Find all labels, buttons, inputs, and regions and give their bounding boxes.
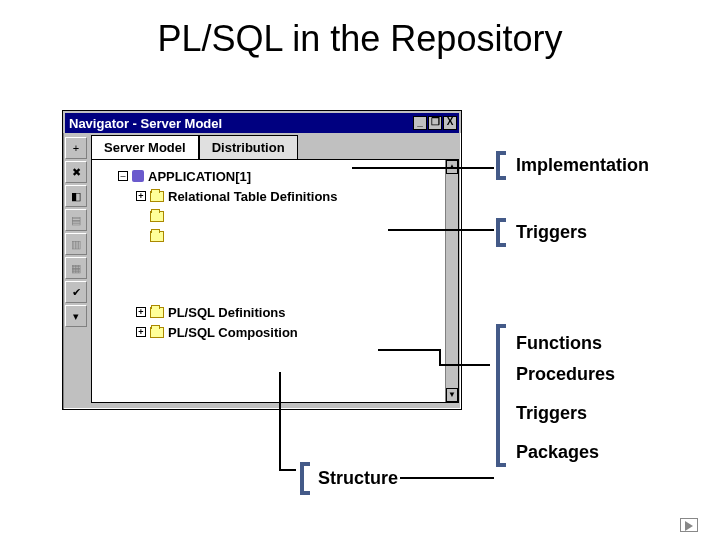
toolbar-icon-4[interactable]: ▤ [65,209,87,231]
tree-label-plsqlcomp: PL/SQL Composition [168,325,298,340]
navigator-window: Navigator - Server Model _ ❐ X + ✖ ◧ ▤ ▥… [62,110,462,410]
folder-icon [150,231,164,242]
label-implementation: Implementation [496,155,649,176]
expand-plus-icon[interactable]: + [136,327,146,337]
tree-pane: – APPLICATION[1] + Relational Table Defi… [91,159,459,403]
tab-distribution[interactable]: Distribution [199,135,298,159]
expand-plus-icon[interactable]: + [136,191,146,201]
next-slide-icon[interactable] [680,518,698,532]
label-triggers2: Triggers [496,403,649,424]
tab-server-model[interactable]: Server Model [91,135,199,159]
vertical-scrollbar[interactable]: ▲ ▼ [445,159,459,403]
expand-plus-icon[interactable]: + [136,307,146,317]
text-triggers: Triggers [516,222,587,242]
bracket-icon [496,218,506,247]
tab-bar: Server Model Distribution [91,135,459,159]
window-min-button[interactable]: _ [413,116,427,130]
tree-label-application: APPLICATION[1] [148,169,251,184]
bracket-icon [496,324,506,467]
label-packages: Packages [496,442,649,463]
window-restore-button[interactable]: ❐ [428,116,442,130]
window-title: Navigator - Server Model [69,116,413,131]
folder-icon [150,211,164,222]
label-procedures: Procedures [496,364,649,385]
scroll-down-icon[interactable]: ▼ [446,388,458,402]
tree-label-plsqldef: PL/SQL Definitions [168,305,286,320]
text-procedures: Procedures [516,364,615,384]
right-labels-group: Implementation Triggers Functions Proced… [496,155,649,463]
folder-icon [150,307,164,318]
tree-node-plsql-definitions[interactable]: + PL/SQL Definitions [100,302,452,322]
window-titlebar[interactable]: Navigator - Server Model _ ❐ X [63,111,461,133]
label-functions: Functions [496,333,649,354]
text-functions: Functions [516,333,602,353]
toolbar-icon-6[interactable]: ▦ [65,257,87,279]
folder-icon [150,327,164,338]
bracket-icon [300,462,310,495]
tree-node-application[interactable]: – APPLICATION[1] [100,166,452,186]
bracket-icon [496,151,506,180]
scroll-up-icon[interactable]: ▲ [446,160,458,174]
text-triggers2: Triggers [516,403,587,423]
toolbar-icon-5[interactable]: ▥ [65,233,87,255]
tree-node-plsql-composition[interactable]: + PL/SQL Composition [100,322,452,342]
slide-title: PL/SQL in the Repository [0,18,720,60]
tree-label-relational: Relational Table Definitions [168,189,338,204]
window-close-button[interactable]: X [443,116,457,130]
text-packages: Packages [516,442,599,462]
tree-node-empty-2 [100,226,452,246]
expand-minus-icon[interactable]: – [118,171,128,181]
tree-node-relational-tables[interactable]: + Relational Table Definitions [100,186,452,206]
text-structure: Structure [318,468,398,488]
toolbar-down-icon[interactable]: ▾ [65,305,87,327]
label-structure: Structure [300,468,398,489]
toolbar-delete-icon[interactable]: ✖ [65,161,87,183]
application-icon [132,170,144,182]
tree-node-empty-1 [100,206,452,226]
tool-sidebar: + ✖ ◧ ▤ ▥ ▦ ✔ ▾ [65,135,91,405]
toolbar-check-icon[interactable]: ✔ [65,281,87,303]
toolbar-icon-3[interactable]: ◧ [65,185,87,207]
label-triggers: Triggers [496,222,649,243]
folder-icon [150,191,164,202]
toolbar-create-icon[interactable]: + [65,137,87,159]
text-implementation: Implementation [516,155,649,175]
